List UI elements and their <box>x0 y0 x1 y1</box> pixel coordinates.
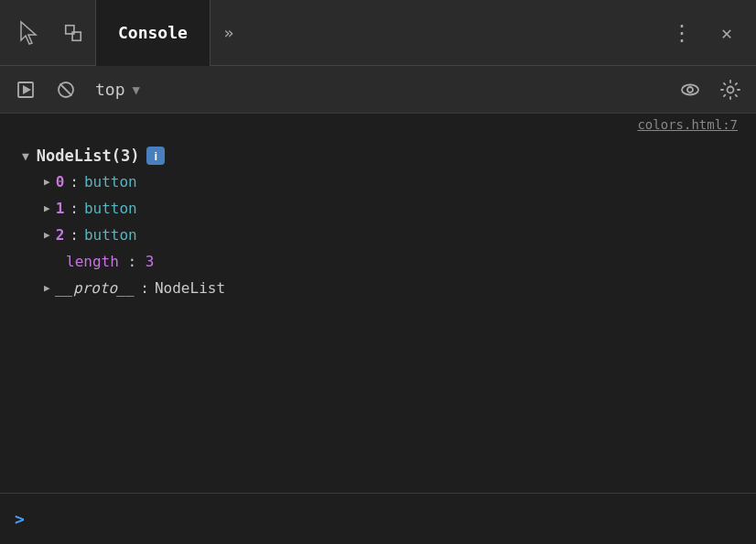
console-input[interactable] <box>34 510 741 528</box>
nodelist-header[interactable]: ▼ NodeList(3) i <box>22 143 741 169</box>
proto-value: NodeList <box>155 279 225 297</box>
svg-line-6 <box>60 83 72 95</box>
proto-label: __proto__ <box>56 279 135 297</box>
proto-property[interactable]: ▶ __proto__ : NodeList <box>22 275 741 301</box>
info-badge-text: i <box>155 149 158 163</box>
length-property: length : 3 <box>22 248 741 275</box>
inspect-tool-button[interactable] <box>51 11 95 55</box>
node-index: 0 <box>56 173 65 190</box>
file-link[interactable]: colors.html:7 <box>0 114 756 139</box>
svg-marker-0 <box>21 22 36 44</box>
close-icon: ✕ <box>721 22 732 44</box>
more-tabs-icon: » <box>223 23 233 42</box>
dropdown-arrow-icon: ▼ <box>133 82 140 97</box>
node-colon: : <box>70 226 79 244</box>
expand-triangle-icon: ▶ <box>44 202 50 214</box>
file-link-text[interactable]: colors.html:7 <box>637 117 738 132</box>
nodelist-container: ▼ NodeList(3) i ▶ 0 : button ▶ 1 : butto… <box>0 139 756 305</box>
list-item[interactable]: ▶ 0 : button <box>22 169 741 195</box>
svg-point-9 <box>728 86 734 92</box>
list-item[interactable]: ▶ 2 : button <box>22 222 741 248</box>
more-tabs-button[interactable]: » <box>211 15 247 51</box>
expand-proto-icon: ▶ <box>44 282 50 294</box>
collapse-triangle-icon: ▼ <box>22 149 29 163</box>
second-toolbar: top ▼ <box>0 66 756 114</box>
length-value: 3 <box>146 253 155 270</box>
proto-colon: : <box>140 279 149 297</box>
more-options-button[interactable]: ⋮ <box>661 11 705 55</box>
settings-button[interactable] <box>712 71 749 108</box>
node-value: button <box>84 173 137 190</box>
node-colon: : <box>70 200 79 217</box>
node-index: 1 <box>56 200 65 217</box>
length-label: length <box>66 253 119 270</box>
top-toolbar: Console » ⋮ ✕ <box>0 0 756 66</box>
console-input-area: > <box>0 493 756 544</box>
node-index: 2 <box>56 226 65 244</box>
context-value: top <box>95 80 125 99</box>
expand-triangle-icon: ▶ <box>44 176 50 188</box>
live-expressions-button[interactable] <box>672 71 708 108</box>
info-badge[interactable]: i <box>146 147 165 165</box>
svg-marker-4 <box>23 85 31 94</box>
length-colon: : <box>127 253 145 270</box>
clear-console-button[interactable] <box>48 71 84 108</box>
console-output-area: colors.html:7 ▼ NodeList(3) i ▶ 0 : butt… <box>0 114 756 544</box>
console-tab-label: Console <box>118 23 188 42</box>
run-button[interactable] <box>7 71 44 108</box>
nodelist-label: NodeList(3) <box>37 147 140 165</box>
node-value: button <box>84 200 137 217</box>
cursor-tool-button[interactable] <box>7 11 51 55</box>
expand-triangle-icon: ▶ <box>44 229 50 241</box>
console-tab[interactable]: Console <box>95 0 211 66</box>
prompt-icon: > <box>15 509 25 528</box>
node-value: button <box>84 226 137 244</box>
close-button[interactable]: ✕ <box>705 11 749 55</box>
svg-point-8 <box>687 87 693 92</box>
node-colon: : <box>70 173 79 190</box>
context-selector[interactable]: top ▼ <box>88 76 144 103</box>
list-item[interactable]: ▶ 1 : button <box>22 195 741 222</box>
dots-icon: ⋮ <box>671 20 695 46</box>
